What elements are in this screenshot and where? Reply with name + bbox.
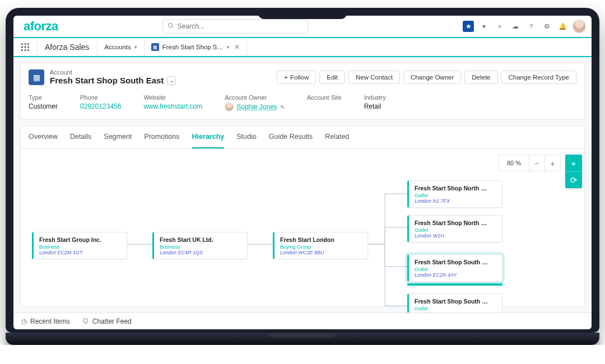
app-nav: Aforza Sales Accounts ▾ ▦ Fresh Start Sh… (13, 38, 592, 57)
field-label-owner: Account Owner (225, 94, 285, 101)
utility-bar: ◷ Recent Items 🗨 Chatter Feed (13, 312, 592, 329)
tab-guide-results[interactable]: Guide Results (269, 126, 313, 148)
global-search[interactable] (162, 19, 308, 34)
zoom-out-button[interactable]: − (529, 155, 544, 171)
node-location: London N1 4AZ (415, 311, 496, 312)
recent-items-button[interactable]: ◷ Recent Items (21, 318, 70, 325)
change-record-type-button[interactable]: Change Record Type (501, 71, 576, 84)
account-icon: ▦ (29, 69, 44, 85)
hierarchy-node[interactable]: Fresh Start UK Ltd. Business London EC4R… (152, 232, 248, 259)
hierarchy-icon[interactable]: ⌵ (167, 76, 176, 85)
field-value-website[interactable]: www.freshstart.com (143, 102, 202, 110)
field-label-website: Website (143, 94, 202, 101)
field-value-type: Customer (29, 102, 58, 110)
node-title: Fresh Start Shop North … (415, 185, 496, 192)
node-type: Business (160, 244, 241, 250)
new-contact-button[interactable]: New Contact (348, 71, 400, 84)
chevron-down-icon[interactable]: ▾ (134, 44, 137, 50)
hierarchy-node[interactable]: Fresh Start London Buying Group London W… (273, 232, 368, 259)
salescloud-icon[interactable]: ☁ (510, 21, 521, 32)
node-location: London EC2N 4AY (415, 272, 496, 278)
hierarchy-node[interactable]: Fresh Start Group Inc. Business London E… (32, 232, 127, 259)
svg-point-3 (24, 43, 26, 45)
tab-details[interactable]: Details (70, 126, 91, 148)
tab-segment[interactable]: Segment (104, 126, 132, 148)
tab-studio[interactable]: Studio (236, 126, 256, 148)
favorites-chevron-down-icon[interactable]: ▾ (478, 21, 490, 32)
zoom-in-button[interactable]: + (544, 155, 560, 171)
record-name: Fresh Start Shop South East (50, 76, 164, 85)
add-node-button[interactable]: + (565, 155, 582, 171)
page-title: Fresh Start Shop South East ⌵ (50, 76, 176, 85)
field-value-owner[interactable]: Sophie Jones (236, 103, 277, 111)
node-type: Outlet (415, 306, 496, 311)
settings-gear-icon[interactable]: ⚙ (541, 21, 552, 32)
hierarchy-node[interactable]: Fresh Start Shop North … Outlet London N… (407, 180, 502, 208)
notifications-bell-icon[interactable]: 🔔 (557, 21, 568, 32)
close-tab-icon[interactable]: ✕ (234, 43, 240, 51)
help-icon[interactable]: ? (525, 21, 537, 32)
field-label-type: Type (29, 94, 58, 101)
follow-button[interactable]: + Follow (277, 71, 316, 84)
node-title: Fresh Start UK Ltd. (160, 236, 241, 243)
brand-logo: aforza (19, 19, 63, 34)
search-icon (167, 22, 174, 30)
node-type: Buying Group (280, 244, 362, 250)
nav-tab-label: Fresh Start Shop S… (162, 44, 224, 50)
hierarchy-node[interactable]: Fresh Start Shop North … Outlet London W… (407, 215, 502, 242)
node-type: Outlet (415, 227, 496, 233)
nav-tab-label: Accounts (104, 44, 131, 50)
tab-promotions[interactable]: Promotions (144, 126, 179, 148)
node-title: Fresh Start London (280, 236, 362, 243)
search-input[interactable] (178, 22, 303, 30)
node-title: Fresh Start Shop South … (415, 298, 496, 305)
hierarchy-node[interactable]: Fresh Start Shop South … Outlet London N… (407, 293, 502, 312)
node-location: London WC2E 8BU (280, 250, 362, 255)
add-icon[interactable]: ＋ (494, 21, 505, 32)
nav-tab-record[interactable]: ▦ Fresh Start Shop S… ▾ ✕ (145, 38, 247, 56)
clock-icon: ◷ (21, 318, 27, 325)
edit-button[interactable]: Edit (319, 71, 345, 84)
node-title: Fresh Start Shop South … (415, 259, 496, 265)
plus-icon: + (284, 74, 288, 81)
field-label-site: Account Site (307, 94, 342, 101)
header-actions: ★ ▾ ＋ ☁ ? ⚙ 🔔 (463, 20, 586, 33)
hierarchy-tree: Fresh Start Group Inc. Business London E… (26, 183, 579, 306)
app-name: Aforza Sales (37, 38, 97, 56)
chatter-feed-button[interactable]: 🗨 Chatter Feed (82, 318, 132, 325)
node-location: London W1H (415, 233, 496, 239)
tab-related[interactable]: Related (325, 126, 349, 148)
app-launcher-icon[interactable] (13, 38, 37, 56)
hierarchy-node-current[interactable]: Fresh Start Shop South … Outlet London E… (407, 254, 502, 282)
object-label: Account (50, 69, 176, 76)
node-title: Fresh Start Group Inc. (39, 236, 121, 243)
field-label-phone: Phone (80, 94, 121, 101)
tab-overview[interactable]: Overview (29, 126, 58, 148)
svg-line-1 (171, 27, 173, 29)
edit-owner-icon[interactable]: ✎ (280, 104, 285, 110)
node-location: London EC2M 1GT (39, 250, 121, 255)
svg-point-9 (24, 49, 26, 51)
field-value-industry: Retail (364, 102, 386, 110)
hierarchy-canvas[interactable]: 80 % − + + ⟳ (21, 149, 584, 306)
svg-point-5 (21, 46, 22, 48)
favorites-icon[interactable]: ★ (463, 21, 474, 32)
page-body: ▦ Account Fresh Start Shop South East ⌵ … (13, 57, 592, 312)
svg-point-2 (21, 43, 22, 45)
svg-point-0 (168, 24, 172, 27)
zoom-control: 80 % − + (499, 155, 561, 171)
node-type: Outlet (415, 267, 496, 272)
delete-button[interactable]: Delete (464, 71, 497, 84)
nav-tab-accounts[interactable]: Accounts ▾ (97, 38, 144, 56)
tab-hierarchy[interactable]: Hierarchy (192, 126, 225, 148)
node-location: London N1 7FX (415, 198, 496, 204)
chevron-down-icon[interactable]: ▾ (227, 44, 230, 50)
svg-point-8 (21, 49, 22, 51)
change-owner-button[interactable]: Change Owner (403, 71, 461, 84)
node-title: Fresh Start Shop North … (415, 220, 496, 226)
field-label-industry: Industry (364, 94, 386, 101)
field-value-phone[interactable]: 02920123456 (80, 102, 121, 110)
detail-tabs: Overview Details Segment Promotions Hier… (21, 126, 584, 149)
zoom-percent: 80 % (499, 156, 529, 170)
user-avatar[interactable] (573, 20, 586, 33)
